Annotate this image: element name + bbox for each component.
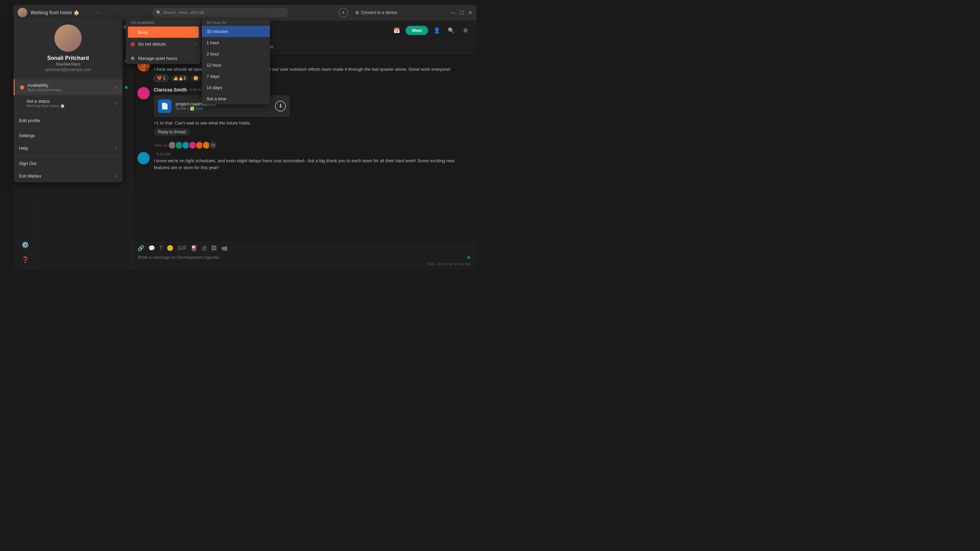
video-icon[interactable]: 📹 — [221, 245, 228, 251]
message-input[interactable] — [137, 255, 466, 260]
sign-out-label: Sign Out — [19, 161, 37, 166]
input-toolbar: 🔗 💬 T 😊 GIF 🎴 @ 🖼 📹 — [137, 245, 471, 251]
message-header: Clarissa Smith 8:28 AM — [154, 87, 471, 92]
close-button[interactable]: ✕ — [468, 10, 472, 15]
busy-item-7days[interactable]: 7 days — [202, 71, 270, 82]
file-icon: 📄 — [158, 99, 172, 113]
busy-dot — [130, 30, 135, 34]
busy-item-12hour[interactable]: 12 hour — [202, 60, 270, 71]
forward-button[interactable]: › — [94, 8, 102, 17]
title-bar-avatar[interactable] — [18, 8, 27, 17]
submenu-item-quiet-hours[interactable]: ⚙ Manage quiet hours — [126, 53, 201, 64]
meet-button[interactable]: Meet — [406, 26, 428, 35]
send-button[interactable]: ➤ — [466, 254, 471, 260]
message-row: 9:10 AM I know we're on tight schedules,… — [137, 152, 471, 171]
unread-indicator — [125, 86, 127, 89]
reactions: ❤️ 1 👍🔥3 😊 — [154, 75, 471, 82]
set-status-subtitle: Working from home 🏠 — [27, 104, 112, 108]
busy-item-30min[interactable]: 30 minutes — [202, 26, 270, 37]
busy-item-label: 7 days — [207, 74, 220, 79]
profile-pronouns: She/Her/Hers — [56, 62, 81, 67]
attach-icon[interactable]: 🔗 — [137, 245, 144, 251]
message-row: Clarissa Smith 8:28 AM 📄 project-roadmap… — [137, 87, 471, 136]
people-icon[interactable]: 👤 — [431, 25, 442, 36]
schedule-icon[interactable]: 📅 — [391, 25, 402, 36]
message-author: Clarissa Smith — [154, 87, 187, 92]
chat-header-actions: 📅 Meet 👤 🔍 ⚙ — [391, 25, 471, 36]
set-status-label: Set a status — [27, 98, 112, 104]
settings-label: Settings — [19, 133, 35, 138]
sidebar-item-settings[interactable]: ⚙️ — [19, 239, 31, 251]
title-bar-nav: ‹ › — [84, 8, 102, 17]
dropdown-item-availability[interactable]: Availability Busy until tomorrow,... › — [14, 79, 123, 95]
dropdown-item-set-status[interactable]: Set a status Working from home 🏠 › — [14, 95, 123, 111]
divider — [14, 156, 123, 156]
message-text: I know we're on tight schedules, and eve… — [154, 157, 471, 171]
edit-profile-label: Edit profile — [19, 118, 40, 123]
profile-header: Sonali Pritchard She/Her/Hers spritchard… — [14, 18, 123, 76]
quiet-hours-label: Manage quiet hours — [138, 56, 177, 61]
search-messages-icon[interactable]: 🔍 — [446, 25, 457, 36]
divider — [14, 113, 123, 113]
dropdown-item-edit-profile[interactable]: Edit profile — [14, 114, 123, 127]
divider — [14, 128, 123, 128]
connect-label: Connect to a device — [361, 10, 397, 15]
add-reaction[interactable]: 😊 — [191, 75, 201, 82]
gif-icon[interactable]: GIF — [178, 245, 187, 251]
message-header: Umar Patel 8:12 AM — [154, 59, 471, 65]
dnd-dot — [130, 42, 135, 46]
image-icon[interactable]: 🖼 — [211, 245, 217, 251]
availability-info: Availability Busy until tomorrow,... — [27, 83, 112, 92]
profile-avatar — [54, 24, 82, 52]
chevron-right-icon: › — [115, 145, 117, 151]
search-icon: 🔍 — [156, 10, 161, 15]
busy-item-14days[interactable]: 14 days — [202, 82, 270, 93]
message-time: 8:28 AM — [189, 88, 203, 92]
exit-webex-label: Exit Webex — [19, 173, 41, 179]
dropdown-item-settings[interactable]: Settings — [14, 130, 123, 141]
add-button[interactable]: + — [339, 8, 348, 17]
minimize-button[interactable]: — — [451, 10, 456, 15]
chevron-right-icon: › — [115, 84, 117, 91]
submenu-item-dnd[interactable]: Do not disturb › — [126, 38, 201, 50]
dropdown-item-help[interactable]: Help › — [14, 141, 123, 154]
busy-item-2hour[interactable]: 2 hour — [202, 48, 270, 60]
message-text: I think we should all take a moment to r… — [154, 66, 471, 73]
profile-dropdown: Sonali Pritchard She/Her/Hers spritchard… — [14, 18, 123, 182]
sidebar-bottom: ⚙️ ❓ — [19, 239, 31, 267]
back-button[interactable]: ‹ — [84, 8, 92, 17]
submenu-item-busy[interactable]: Busy › — [128, 27, 199, 38]
availability-subtitle: Busy until tomorrow,... — [27, 88, 112, 92]
settings-icon[interactable]: ⚙ — [460, 25, 471, 36]
profile-name: Sonali Pritchard — [47, 55, 89, 61]
submenu-header: Set availability — [126, 18, 201, 26]
busy-item-1hour[interactable]: 1 hour — [202, 37, 270, 48]
dropdown-item-sign-out[interactable]: Sign Out — [14, 157, 123, 169]
messages-area: U Umar Patel 8:12 AM I think we should a… — [132, 54, 476, 242]
reaction-heart[interactable]: ❤️ 1 — [154, 75, 169, 82]
dropdown-item-exit-webex[interactable]: Exit Webex › — [14, 169, 123, 182]
emoji-icon[interactable]: 😊 — [167, 245, 173, 251]
dnd-label: Do not disturb — [138, 41, 166, 47]
seen-more-count: +2 — [209, 141, 217, 149]
format-icon[interactable]: T — [159, 245, 163, 251]
mention-icon[interactable]: @ — [202, 245, 207, 251]
sticker-icon[interactable]: 🎴 — [191, 245, 197, 251]
busy-item-set-time[interactable]: Set a time — [202, 93, 270, 105]
download-button[interactable]: ⬇ — [275, 101, 286, 111]
seen-avatars: +2 — [169, 141, 217, 149]
thread-icon[interactable]: 💬 — [148, 245, 155, 251]
reply-to-thread-button[interactable]: Reply to thread — [154, 128, 189, 136]
reaction-thumbs[interactable]: 👍🔥3 — [170, 75, 189, 82]
divider — [14, 78, 123, 78]
search-bar[interactable]: 🔍 Search, meet, and call — [152, 8, 288, 17]
busy-item-label: 30 minutes — [207, 29, 228, 34]
chevron-right-icon: › — [115, 100, 117, 106]
search-placeholder: Search, meet, and call — [163, 10, 204, 15]
maximize-button[interactable]: ☐ — [460, 10, 464, 15]
busy-item-label: 2 hour — [207, 51, 219, 56]
seen-by-row: Seen by +2 — [137, 141, 471, 149]
connect-device-button[interactable]: 🖥 Connect to a device — [352, 10, 401, 15]
sidebar-item-help[interactable]: ❓ — [19, 254, 31, 266]
chevron-right-icon: › — [195, 30, 196, 35]
